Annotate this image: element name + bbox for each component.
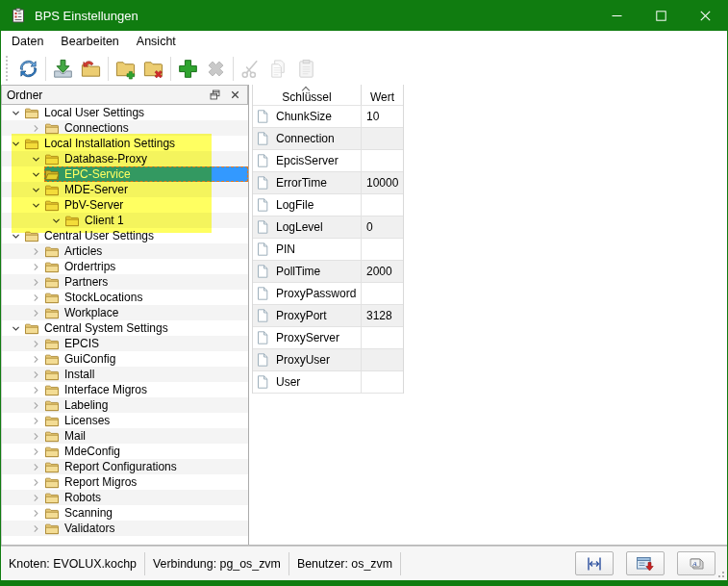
tree-item-report-migros[interactable]: Report Migros bbox=[2, 474, 248, 490]
tree-item-row[interactable]: Central System Settings bbox=[24, 320, 248, 336]
value-cell[interactable]: 2000 bbox=[361, 261, 403, 282]
table-row-proxypassword[interactable]: ProxyPassword bbox=[253, 283, 403, 305]
export-form-button[interactable] bbox=[626, 551, 665, 575]
tree-item-labeling[interactable]: Labeling bbox=[2, 397, 248, 413]
tree-item-validators[interactable]: Validators bbox=[2, 521, 248, 536]
tree-item-row[interactable]: Report Migros bbox=[44, 474, 248, 490]
value-cell[interactable]: 3128 bbox=[361, 305, 403, 326]
value-cell[interactable]: 10000 bbox=[361, 172, 403, 193]
tree-item-row[interactable]: Interface Migros bbox=[44, 382, 248, 397]
tree-item-local-user-settings[interactable]: Local User Settings bbox=[2, 105, 248, 120]
tree-item-interface-migros[interactable]: Interface Migros bbox=[2, 382, 248, 397]
key-cell[interactable]: ProxyPassword bbox=[276, 287, 361, 300]
chevron-right-icon[interactable] bbox=[28, 274, 44, 290]
key-cell[interactable]: Connection bbox=[276, 132, 361, 145]
tree-item-row[interactable]: Database-Proxy bbox=[44, 151, 248, 166]
key-cell[interactable]: ProxyServer bbox=[276, 331, 361, 344]
copy-button[interactable] bbox=[264, 55, 292, 83]
table-row-epcisserver[interactable]: EpcisServer bbox=[253, 150, 403, 172]
paste-button[interactable] bbox=[292, 55, 320, 83]
menu-item-daten[interactable]: Daten bbox=[3, 33, 52, 50]
table-row-proxyserver[interactable]: ProxyServer bbox=[253, 327, 403, 349]
close-button[interactable] bbox=[683, 0, 727, 31]
tree-item-mde-server[interactable]: MDE-Server bbox=[2, 182, 248, 197]
key-cell[interactable]: ChunkSize bbox=[276, 110, 361, 123]
tree-item-row[interactable]: Scanning bbox=[44, 505, 248, 521]
chevron-right-icon[interactable] bbox=[28, 290, 44, 305]
tree-item-robots[interactable]: Robots bbox=[2, 490, 248, 505]
table-row-proxyuser[interactable]: ProxyUser bbox=[253, 349, 403, 371]
column-header-schluessel[interactable]: Schlüssel bbox=[253, 85, 361, 105]
tree-item-install[interactable]: Install bbox=[2, 367, 248, 382]
value-cell[interactable] bbox=[361, 327, 403, 348]
chevron-right-icon[interactable] bbox=[28, 397, 44, 413]
table-row-polltime[interactable]: PollTime2000 bbox=[253, 261, 403, 283]
fit-width-button[interactable] bbox=[575, 551, 614, 575]
key-cell[interactable]: ErrorTime bbox=[276, 176, 361, 190]
value-cell[interactable] bbox=[361, 150, 403, 171]
tree-item-row[interactable]: Validators bbox=[44, 521, 248, 536]
import-button[interactable] bbox=[49, 55, 77, 83]
value-cell[interactable] bbox=[361, 194, 403, 216]
chevron-right-icon[interactable] bbox=[28, 459, 44, 474]
value-cell[interactable]: 10 bbox=[361, 106, 403, 127]
chevron-right-icon[interactable] bbox=[28, 259, 44, 274]
float-panel-button[interactable] bbox=[207, 88, 222, 103]
chevron-right-icon[interactable] bbox=[28, 474, 44, 490]
chevron-right-icon[interactable] bbox=[28, 367, 44, 382]
minimize-button[interactable] bbox=[594, 0, 639, 31]
open-folder-button[interactable] bbox=[77, 55, 105, 83]
maximize-button[interactable] bbox=[639, 0, 683, 31]
resize-grip[interactable] bbox=[715, 569, 725, 578]
tree-item-mdeconfig[interactable]: MdeConfig bbox=[2, 444, 248, 459]
tree-item-row[interactable]: Connections bbox=[44, 120, 248, 136]
tree-item-row[interactable]: Licenses bbox=[44, 413, 248, 428]
chevron-down-icon[interactable] bbox=[28, 182, 44, 197]
chevron-down-icon[interactable] bbox=[28, 151, 44, 166]
tree-item-licenses[interactable]: Licenses bbox=[2, 413, 248, 428]
value-cell[interactable] bbox=[361, 283, 403, 304]
chevron-down-icon[interactable] bbox=[8, 320, 24, 336]
chevron-down-icon[interactable] bbox=[28, 166, 44, 182]
tree-item-row[interactable]: MDE-Server bbox=[44, 182, 248, 197]
menu-item-ansicht[interactable]: Ansicht bbox=[128, 33, 185, 50]
tree-item-row[interactable]: Local Installation Settings bbox=[24, 136, 248, 151]
tree-item-row[interactable]: Local User Settings bbox=[24, 105, 248, 120]
tree-item-row[interactable]: StockLocations bbox=[44, 290, 248, 305]
tree-item-ordertrips[interactable]: Ordertrips bbox=[2, 259, 248, 274]
add-folder-button[interactable] bbox=[112, 55, 139, 83]
chevron-right-icon[interactable] bbox=[28, 305, 44, 320]
tree-item-row[interactable]: Ordertrips bbox=[44, 259, 248, 274]
chevron-down-icon[interactable] bbox=[8, 228, 24, 243]
key-cell[interactable]: ProxyUser bbox=[276, 353, 361, 367]
chevron-down-icon[interactable] bbox=[8, 105, 24, 120]
refresh-button[interactable] bbox=[14, 55, 42, 83]
tree-item-workplace[interactable]: Workplace bbox=[2, 305, 248, 320]
menu-item-bearbeiten[interactable]: Bearbeiten bbox=[52, 33, 127, 50]
tree-item-central-user-settings[interactable]: Central User Settings bbox=[2, 228, 248, 243]
tree-item-stocklocations[interactable]: StockLocations bbox=[2, 290, 248, 305]
tree-item-connections[interactable]: Connections bbox=[2, 120, 248, 136]
chevron-right-icon[interactable] bbox=[28, 428, 44, 444]
chevron-right-icon[interactable] bbox=[28, 413, 44, 428]
tree-item-local-installation-settings[interactable]: Local Installation Settings bbox=[2, 136, 248, 151]
chevron-right-icon[interactable] bbox=[28, 351, 44, 367]
value-cell[interactable] bbox=[361, 239, 403, 260]
tree-item-epc-service[interactable]: EPC-Service bbox=[2, 166, 248, 182]
chevron-down-icon[interactable] bbox=[28, 197, 44, 213]
table-row-pin[interactable]: PIN bbox=[253, 239, 403, 261]
table-row-loglevel[interactable]: LogLevel0 bbox=[253, 217, 403, 239]
keyboard-button[interactable]: A bbox=[677, 551, 715, 575]
tree-item-row[interactable]: MdeConfig bbox=[44, 444, 248, 459]
chevron-down-icon[interactable] bbox=[8, 136, 24, 151]
add-entry-button[interactable] bbox=[174, 55, 202, 83]
cut-button[interactable] bbox=[237, 55, 264, 83]
tree-item-central-system-settings[interactable]: Central System Settings bbox=[2, 320, 248, 336]
value-cell[interactable]: 0 bbox=[361, 217, 403, 238]
delete-folder-button[interactable] bbox=[139, 55, 167, 83]
chevron-right-icon[interactable] bbox=[28, 444, 44, 459]
table-row-connection[interactable]: Connection bbox=[253, 128, 403, 150]
tree-item-row[interactable]: Install bbox=[44, 367, 248, 382]
tree-item-row[interactable]: Partners bbox=[44, 274, 248, 290]
chevron-right-icon[interactable] bbox=[28, 521, 44, 536]
